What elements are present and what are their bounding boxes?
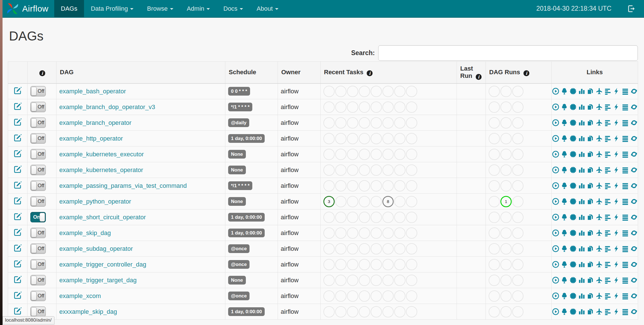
- sign-out-icon[interactable]: [627, 4, 636, 13]
- edit-dag-icon[interactable]: [13, 291, 22, 299]
- nav-item-dags[interactable]: DAGs: [54, 0, 84, 17]
- task-tries-icon[interactable]: [587, 103, 594, 111]
- dag-run-state-circle[interactable]: [500, 133, 512, 144]
- refresh-icon[interactable]: [630, 292, 638, 300]
- task-tries-icon[interactable]: [587, 213, 594, 221]
- landing-times-icon[interactable]: [595, 276, 603, 284]
- pause-toggle[interactable]: Off: [30, 118, 46, 128]
- dag-run-state-circle[interactable]: [489, 212, 500, 223]
- recent-task-state-circle[interactable]: [382, 212, 394, 223]
- logs-icon[interactable]: [622, 135, 629, 142]
- dag-name-link[interactable]: example_python_operator: [59, 198, 131, 205]
- landing-times-icon[interactable]: [595, 261, 603, 268]
- recent-task-state-circle[interactable]: [347, 133, 358, 144]
- edit-dag-icon[interactable]: [13, 228, 22, 236]
- task-duration-icon[interactable]: [578, 198, 586, 205]
- dag-name-link[interactable]: example_http_operator: [59, 135, 123, 142]
- recent-task-state-circle[interactable]: [382, 164, 394, 176]
- recent-task-state-circle[interactable]: [406, 164, 417, 176]
- gantt-icon[interactable]: [604, 135, 612, 142]
- recent-task-state-circle[interactable]: [394, 290, 405, 302]
- recent-task-state-circle[interactable]: [347, 306, 358, 317]
- dag-run-state-circle[interactable]: [512, 259, 523, 270]
- recent-task-state-circle[interactable]: [382, 259, 394, 270]
- recent-task-state-circle[interactable]: [359, 180, 370, 191]
- recent-task-state-circle[interactable]: [394, 149, 405, 160]
- trigger-icon[interactable]: [552, 87, 559, 95]
- task-tries-icon[interactable]: [587, 87, 594, 95]
- dag-run-state-circle[interactable]: [489, 86, 500, 97]
- gantt-icon[interactable]: [604, 276, 612, 284]
- dag-run-state-circle[interactable]: [512, 101, 523, 113]
- recent-task-state-circle[interactable]: [371, 117, 382, 128]
- pause-toggle[interactable]: Off: [30, 306, 46, 317]
- tree-view-icon[interactable]: [561, 119, 568, 127]
- code-view-icon[interactable]: [613, 308, 620, 315]
- edit-dag-icon[interactable]: [13, 86, 22, 95]
- graph-view-icon[interactable]: [569, 166, 577, 174]
- recent-task-state-circle[interactable]: 8: [382, 196, 394, 207]
- recent-task-state-circle[interactable]: [382, 243, 394, 254]
- recent-task-state-circle[interactable]: [406, 149, 417, 160]
- code-view-icon[interactable]: [613, 198, 620, 205]
- recent-task-state-circle[interactable]: [382, 133, 394, 144]
- recent-task-state-circle[interactable]: [406, 243, 417, 254]
- task-duration-icon[interactable]: [578, 103, 586, 111]
- pause-toggle[interactable]: Off: [30, 149, 46, 159]
- recent-task-state-circle[interactable]: [394, 196, 405, 207]
- code-view-icon[interactable]: [613, 261, 620, 268]
- dag-run-state-circle[interactable]: [512, 243, 523, 254]
- code-view-icon[interactable]: [613, 276, 620, 284]
- graph-view-icon[interactable]: [569, 276, 577, 284]
- recent-task-state-circle[interactable]: [371, 275, 382, 286]
- trigger-icon[interactable]: [552, 213, 559, 221]
- dag-name-link[interactable]: exxxample_skip_dag: [59, 308, 117, 315]
- logs-icon[interactable]: [622, 245, 629, 252]
- task-tries-icon[interactable]: [587, 198, 594, 205]
- trigger-icon[interactable]: [552, 166, 559, 174]
- dag-run-state-circle[interactable]: [500, 259, 512, 270]
- recent-task-state-circle[interactable]: [359, 259, 370, 270]
- dag-run-state-circle[interactable]: [512, 306, 523, 317]
- recent-task-state-circle[interactable]: [371, 243, 382, 254]
- recent-task-state-circle[interactable]: [335, 275, 346, 286]
- recent-task-state-circle[interactable]: [347, 227, 358, 239]
- recent-task-state-circle[interactable]: [394, 180, 405, 191]
- dag-run-state-circle[interactable]: [500, 275, 512, 286]
- recent-task-state-circle[interactable]: [347, 101, 358, 113]
- recent-task-state-circle[interactable]: [335, 290, 346, 302]
- tree-view-icon[interactable]: [561, 103, 568, 111]
- recent-task-state-circle[interactable]: [394, 227, 405, 239]
- recent-task-state-circle[interactable]: [347, 212, 358, 223]
- recent-task-state-circle[interactable]: [323, 180, 335, 191]
- dag-run-state-circle[interactable]: [500, 86, 512, 97]
- dag-run-state-circle[interactable]: [512, 133, 523, 144]
- dag-run-state-circle[interactable]: [500, 290, 512, 302]
- code-view-icon[interactable]: [613, 245, 620, 252]
- recent-task-state-circle[interactable]: [382, 86, 394, 97]
- recent-task-state-circle[interactable]: [394, 133, 405, 144]
- task-duration-icon[interactable]: [578, 292, 586, 300]
- recent-task-state-circle[interactable]: [394, 243, 405, 254]
- logs-icon[interactable]: [622, 261, 629, 268]
- refresh-icon[interactable]: [630, 119, 638, 127]
- graph-view-icon[interactable]: [569, 198, 577, 205]
- recent-task-state-circle[interactable]: [406, 212, 417, 223]
- dag-run-state-circle[interactable]: [512, 180, 523, 191]
- code-view-icon[interactable]: [613, 150, 620, 158]
- landing-times-icon[interactable]: [595, 103, 603, 111]
- refresh-icon[interactable]: [630, 198, 638, 205]
- edit-dag-icon[interactable]: [13, 259, 22, 268]
- dag-run-state-circle[interactable]: [512, 86, 523, 97]
- pause-toggle[interactable]: Off: [30, 291, 46, 301]
- edit-dag-icon[interactable]: [13, 181, 22, 189]
- landing-times-icon[interactable]: [595, 119, 603, 127]
- graph-view-icon[interactable]: [569, 103, 577, 111]
- recent-task-state-circle[interactable]: [382, 101, 394, 113]
- recent-task-state-circle[interactable]: [335, 212, 346, 223]
- recent-task-state-circle[interactable]: [323, 212, 335, 223]
- gantt-icon[interactable]: [604, 292, 612, 300]
- task-duration-icon[interactable]: [578, 119, 586, 127]
- dag-name-link[interactable]: example_kubernetes_executor: [59, 151, 144, 158]
- task-duration-icon[interactable]: [578, 245, 586, 252]
